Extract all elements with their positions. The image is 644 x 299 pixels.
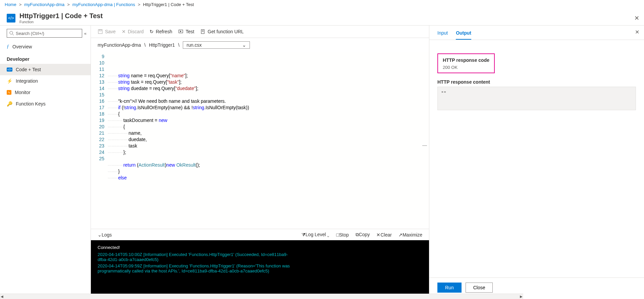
close-blade-button[interactable]: ✕ — [634, 14, 639, 22]
response-content-box: "" — [437, 87, 636, 110]
fold-marker-icon[interactable]: — — [422, 142, 427, 148]
editor-pane: Save ✕ Discard ↻ Refresh Test Get functi… — [91, 26, 429, 297]
stop-icon: □ — [336, 232, 339, 238]
copy-icon: ⧉ — [356, 232, 359, 237]
horizontal-scrollbar[interactable]: ◀ ▶ — [0, 294, 523, 299]
collapse-sidebar-icon[interactable]: « — [84, 31, 87, 36]
console-line: 2020-04-14T05:10:00Z [Information] Execu… — [98, 252, 296, 262]
path-func: HttpTrigger1 — [149, 42, 175, 48]
refresh-icon: ↻ — [150, 29, 154, 34]
chevron-right-icon: > — [138, 2, 141, 7]
search-icon — [9, 31, 14, 36]
maximize-button[interactable]: ↗Maximize — [398, 232, 422, 238]
chevron-down-icon: ⌄ — [98, 232, 102, 238]
sidebar-item-label: Function Keys — [16, 101, 46, 106]
scroll-right-icon[interactable]: ▶ — [520, 295, 523, 298]
toolbar-label: Save — [105, 29, 116, 34]
response-code-value: 200 OK — [443, 65, 489, 70]
svg-line-1 — [12, 34, 14, 35]
sidebar-heading-developer: Developer — [0, 52, 91, 64]
page-subtitle: Function — [19, 20, 103, 24]
test-button[interactable]: Test — [178, 29, 194, 34]
sidebar-item-label: Overview — [12, 44, 32, 49]
logs-toggle[interactable]: ⌄Logs — [98, 232, 112, 238]
search-placeholder: Search (Ctrl+/) — [16, 31, 44, 36]
toolbar-label: Stop — [339, 232, 349, 238]
save-icon — [98, 29, 103, 34]
output-tabs: Input Output ✕ — [429, 26, 644, 40]
breadcrumb-home[interactable]: Home — [5, 2, 16, 7]
toolbar-label: Copy — [359, 232, 370, 237]
chevron-right-icon: > — [67, 2, 70, 7]
chevron-down-icon: ⌄ — [326, 232, 330, 237]
svg-rect-3 — [99, 30, 101, 31]
response-code-heading: HTTP response code — [443, 57, 489, 63]
tab-output[interactable]: Output — [456, 30, 471, 40]
file-select[interactable]: run.csx ⌄ — [183, 41, 250, 49]
search-input[interactable]: Search (Ctrl+/) — [7, 29, 82, 38]
lightning-icon: ⚡ — [7, 78, 12, 84]
monitor-icon: ∿ — [7, 90, 11, 95]
logs-toolbar: ⌄Logs ⧩Log Level ⌄ □Stop ⧉Copy ✕Clear ↗M… — [91, 229, 429, 240]
sidebar-item-label: Integration — [16, 78, 38, 84]
key-icon: 🔑 — [7, 101, 12, 106]
stop-button[interactable]: □Stop — [336, 232, 348, 238]
sidebar-item-integration[interactable]: ⚡ Integration — [0, 75, 91, 87]
refresh-button[interactable]: ↻ Refresh — [150, 29, 172, 34]
toolbar-label: Maximize — [402, 232, 422, 238]
copy-button[interactable]: ⧉Copy — [356, 232, 370, 238]
breadcrumb-app[interactable]: myFunctionApp-dma — [24, 2, 64, 7]
logs-console: Connected! 2020-04-14T05:10:00Z [Informa… — [91, 240, 429, 297]
tab-input[interactable]: Input — [437, 30, 448, 40]
breadcrumb-current: HttpTrigger1 | Code + Test — [143, 2, 194, 7]
sidebar-item-monitor[interactable]: ∿ Monitor — [0, 87, 91, 98]
sidebar-item-function-keys[interactable]: 🔑 Function Keys — [0, 98, 91, 110]
run-button[interactable]: Run — [437, 283, 462, 293]
toolbar-label: Refresh — [156, 29, 172, 34]
chevron-down-icon: ⌄ — [242, 42, 246, 48]
toolbar-label: Discard — [128, 29, 144, 34]
toolbar-label: Clear — [380, 232, 391, 238]
file-path-row: myFunctionApp-dma \ HttpTrigger1 \ run.c… — [91, 38, 429, 52]
overview-icon: ƒ — [7, 44, 9, 49]
scroll-left-icon[interactable]: ◀ — [1, 295, 3, 298]
url-icon — [200, 29, 206, 34]
filter-icon: ⧩ — [302, 232, 306, 237]
discard-icon: ✕ — [122, 29, 126, 34]
page-header: </> HttpTrigger1 | Code + Test Function … — [0, 9, 644, 25]
path-app: myFunctionApp-dma — [98, 42, 141, 48]
breadcrumb-functions[interactable]: myFunctionApp-dma | Functions — [72, 2, 135, 7]
logs-label: Logs — [102, 232, 112, 238]
sidebar-item-label: Code + Test — [16, 67, 41, 72]
svg-marker-5 — [180, 31, 181, 32]
close-button[interactable]: Close — [466, 283, 493, 293]
clear-icon: ✕ — [376, 232, 380, 238]
line-number-gutter: 910111213141516171819202122232425 — [91, 52, 108, 229]
save-button[interactable]: Save — [98, 29, 116, 34]
function-icon: </> — [7, 14, 15, 23]
breadcrumb: Home > myFunctionApp-dma > myFunctionApp… — [0, 0, 644, 9]
file-select-value: run.csx — [186, 42, 202, 48]
svg-rect-2 — [98, 30, 102, 34]
code-content[interactable]: — ········string name = req.Query["name"… — [108, 52, 429, 229]
path-sep: \ — [144, 42, 146, 48]
chevron-right-icon: > — [19, 2, 22, 7]
sidebar-item-code-test[interactable]: </> Code + Test — [0, 64, 91, 75]
sidebar: Search (Ctrl+/) « ƒ Overview Developer <… — [0, 26, 91, 297]
close-panel-button[interactable]: ✕ — [635, 29, 639, 35]
page-title: HttpTrigger1 | Code + Test — [19, 12, 103, 20]
get-url-button[interactable]: Get function URL — [200, 29, 244, 34]
code-editor[interactable]: 910111213141516171819202122232425 — ····… — [91, 52, 429, 229]
log-level-button[interactable]: ⧩Log Level ⌄ — [302, 232, 330, 238]
maximize-icon: ↗ — [398, 232, 402, 238]
sidebar-item-overview[interactable]: ƒ Overview — [0, 41, 91, 52]
code-icon: </> — [7, 68, 12, 72]
toolbar-label: Get function URL — [208, 29, 244, 34]
editor-toolbar: Save ✕ Discard ↻ Refresh Test Get functi… — [91, 26, 429, 38]
toolbar-label: Log Level — [306, 232, 326, 237]
response-content-heading: HTTP response content — [437, 79, 636, 85]
svg-point-0 — [10, 31, 13, 34]
toolbar-label: Test — [185, 29, 194, 34]
discard-button[interactable]: ✕ Discard — [122, 29, 144, 34]
clear-button[interactable]: ✕Clear — [376, 232, 391, 238]
